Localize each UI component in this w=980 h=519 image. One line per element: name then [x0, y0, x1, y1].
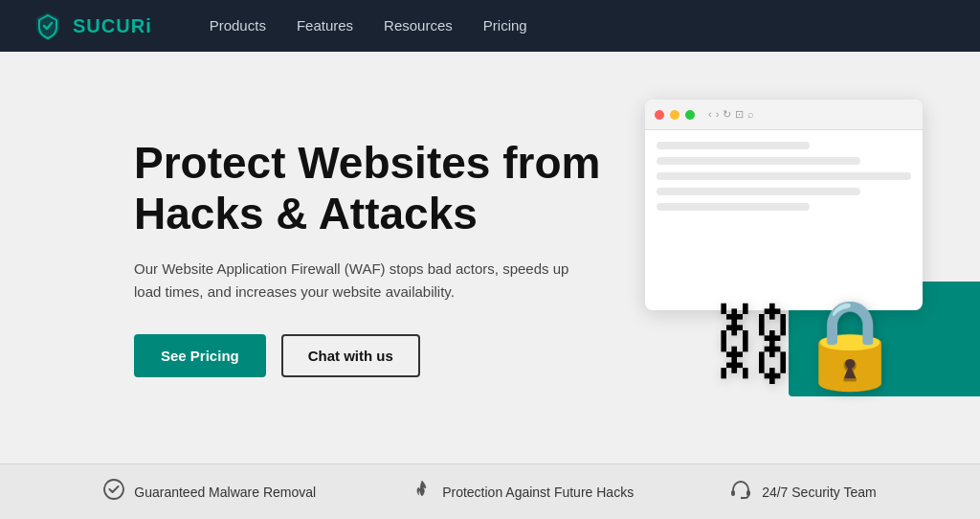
- headset-icon: [729, 479, 752, 505]
- browser-mockup: ‹ › ↻ ⊡ ⌕: [645, 100, 923, 310]
- browser-content-line: [657, 172, 911, 180]
- browser-dot-red: [655, 110, 664, 120]
- nav-item-pricing[interactable]: Pricing: [483, 17, 527, 34]
- footer-item-protection: Protection Against Future Hacks: [412, 479, 634, 505]
- logo[interactable]: SUCURi: [31, 9, 152, 43]
- browser-content-line: [657, 157, 860, 165]
- browser-content-line: [657, 142, 810, 149]
- browser-content-line: [657, 203, 810, 211]
- browser-zoom-icon: ⊡: [735, 108, 744, 121]
- hero-section: Protect Websites from Hacks & Attacks Ou…: [0, 52, 980, 463]
- browser-nav-icons: ‹ › ↻ ⊡ ⌕: [708, 108, 754, 121]
- chain-lock-illustration: ⛓🔒: [710, 301, 903, 387]
- browser-forward-icon: ›: [716, 108, 720, 121]
- browser-content: [645, 130, 923, 230]
- svg-rect-2: [731, 490, 735, 496]
- nav-item-resources[interactable]: Resources: [384, 17, 453, 34]
- browser-search-icon: ⌕: [747, 108, 754, 121]
- footer-item-malware-label: Guaranteed Malware Removal: [134, 485, 316, 500]
- svg-point-4: [741, 497, 743, 499]
- browser-content-line: [657, 188, 860, 195]
- chat-with-us-button[interactable]: Chat with us: [281, 334, 420, 377]
- fire-icon: [412, 479, 433, 505]
- hero-content: Protect Websites from Hacks & Attacks Ou…: [134, 138, 600, 378]
- browser-bar: ‹ › ↻ ⊡ ⌕: [645, 100, 923, 130]
- browser-back-icon: ‹: [708, 108, 712, 121]
- nav-links: Products Features Resources Pricing: [210, 17, 527, 34]
- navbar: SUCURi Products Features Resources Prici…: [0, 0, 980, 52]
- svg-point-1: [104, 480, 123, 499]
- footer-item-security-team-label: 24/7 Security Team: [762, 485, 877, 500]
- footer-item-security-team: 24/7 Security Team: [729, 479, 877, 505]
- footer-bar: Guaranteed Malware Removal Protection Ag…: [0, 463, 980, 519]
- hero-cta-group: See Pricing Chat with us: [134, 334, 600, 377]
- checkmark-icon: [103, 479, 124, 505]
- hero-title: Protect Websites from Hacks & Attacks: [134, 138, 600, 239]
- sucuri-logo-icon: [31, 9, 65, 43]
- see-pricing-button[interactable]: See Pricing: [134, 334, 266, 377]
- hero-subtitle: Our Website Application Firewall (WAF) s…: [134, 258, 574, 304]
- browser-refresh-icon: ↻: [723, 108, 731, 121]
- footer-item-protection-label: Protection Against Future Hacks: [442, 485, 634, 500]
- nav-item-products[interactable]: Products: [210, 17, 266, 34]
- hero-illustration: ‹ › ↻ ⊡ ⌕ ⛓🔒: [616, 80, 980, 435]
- footer-item-malware: Guaranteed Malware Removal: [103, 479, 316, 505]
- browser-dot-yellow: [670, 110, 679, 120]
- browser-dot-green: [685, 110, 695, 120]
- logo-text: SUCURi: [73, 15, 152, 37]
- nav-item-features[interactable]: Features: [297, 17, 353, 34]
